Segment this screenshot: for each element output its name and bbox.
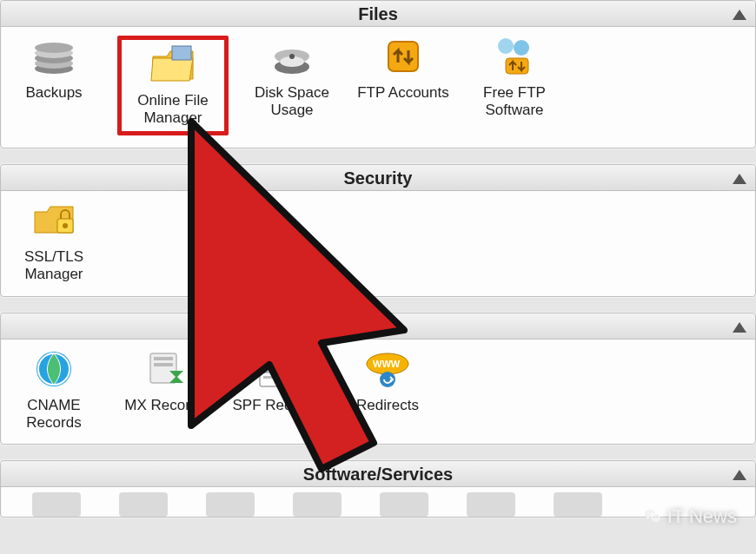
svg-point-4 <box>35 43 73 53</box>
dns-body: CNAME Records MX Records SPF SPF Records… <box>1 340 755 445</box>
watermark: IT News <box>643 505 737 528</box>
files-panel: Files Backups Online File Manager Disk S… <box>0 0 756 148</box>
svg-rect-5 <box>172 46 191 60</box>
online-file-manager-item[interactable]: Online File Manager <box>117 36 229 135</box>
file-manager-icon <box>149 43 197 85</box>
security-panel-header[interactable]: Security <box>1 165 755 191</box>
svg-point-10 <box>498 38 514 54</box>
svg-rect-17 <box>154 357 173 360</box>
security-title: Security <box>344 168 413 188</box>
backups-label: Backups <box>6 84 102 102</box>
software-item-icon[interactable] <box>554 492 602 517</box>
svg-rect-22 <box>263 376 284 379</box>
svg-text:SPF: SPF <box>263 356 283 368</box>
backups-icon <box>30 36 78 77</box>
security-panel: Security SSL/TLS Manager <box>0 164 756 297</box>
ssl-tls-icon <box>30 200 78 241</box>
ftp-accounts-item[interactable]: FTP Accounts <box>355 36 451 135</box>
software-item-icon[interactable] <box>293 492 342 517</box>
software-item-icon[interactable] <box>119 492 168 517</box>
spf-icon: SPF <box>252 348 301 390</box>
svg-rect-18 <box>154 363 173 366</box>
svg-rect-12 <box>506 58 528 74</box>
svg-rect-21 <box>263 371 284 373</box>
software-panel-header[interactable]: Software/Services <box>1 461 755 487</box>
wechat-icon <box>643 507 662 526</box>
ftp-accounts-label: FTP Accounts <box>355 84 451 102</box>
backups-item[interactable]: Backups <box>6 36 102 135</box>
software-item-icon[interactable] <box>206 492 255 517</box>
collapse-icon[interactable] <box>733 10 746 20</box>
collapse-icon[interactable] <box>733 322 746 333</box>
redirects-item[interactable]: WWW Redirects <box>340 348 435 432</box>
spf-item[interactable]: SPF SPF Records <box>229 348 324 432</box>
mx-icon <box>141 348 189 390</box>
ssl-tls-item[interactable]: SSL/TLS Manager <box>6 200 102 284</box>
cname-label: CNAME Records <box>6 397 102 432</box>
dns-title: DNS <box>360 317 396 337</box>
files-title: Files <box>358 4 398 24</box>
software-item-icon[interactable] <box>467 492 515 517</box>
files-panel-header[interactable]: Files <box>1 1 755 27</box>
collapse-icon[interactable] <box>733 174 746 184</box>
software-item-icon[interactable] <box>32 492 81 517</box>
file-manager-label: Online File Manager <box>125 92 221 128</box>
svg-point-8 <box>289 54 295 59</box>
redirects-icon: WWW <box>363 348 412 390</box>
spf-label: SPF Records <box>229 397 324 414</box>
cname-item[interactable]: CNAME Records <box>6 348 102 432</box>
mx-item[interactable]: MX Records <box>117 348 213 432</box>
svg-rect-9 <box>388 42 418 71</box>
dns-panel: DNS CNAME Records MX Records SPF SPF Rec… <box>0 313 756 445</box>
software-title: Software/Services <box>303 465 453 485</box>
watermark-text: IT News <box>667 505 737 528</box>
redirects-label: Redirects <box>340 397 435 414</box>
free-ftp-label: Free FTP Software <box>467 84 562 120</box>
disk-space-label: Disk Space Usage <box>244 84 340 120</box>
mx-label: MX Records <box>117 397 213 414</box>
svg-point-11 <box>514 40 529 56</box>
svg-point-14 <box>63 223 68 228</box>
cname-icon <box>30 348 78 390</box>
free-ftp-item[interactable]: Free FTP Software <box>467 36 562 135</box>
disk-space-icon <box>268 36 316 77</box>
software-item-icon[interactable] <box>380 492 428 517</box>
security-body: SSL/TLS Manager <box>1 191 755 296</box>
svg-text:WWW: WWW <box>373 359 401 369</box>
disk-space-item[interactable]: Disk Space Usage <box>244 36 340 135</box>
ftp-accounts-icon <box>379 36 428 77</box>
ssl-tls-label: SSL/TLS Manager <box>6 248 102 284</box>
free-ftp-icon <box>490 36 539 77</box>
dns-panel-header[interactable]: DNS <box>1 313 755 340</box>
collapse-icon[interactable] <box>733 470 746 480</box>
files-body: Backups Online File Manager Disk Space U… <box>1 27 755 148</box>
